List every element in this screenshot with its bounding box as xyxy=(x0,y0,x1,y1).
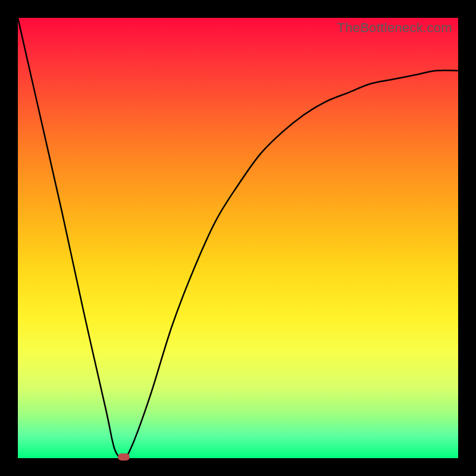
chart-frame: TheBottleneck.com xyxy=(0,0,476,476)
bottleneck-curve xyxy=(18,18,458,458)
optimal-point-marker xyxy=(118,453,130,461)
plot-area: TheBottleneck.com xyxy=(18,18,458,458)
